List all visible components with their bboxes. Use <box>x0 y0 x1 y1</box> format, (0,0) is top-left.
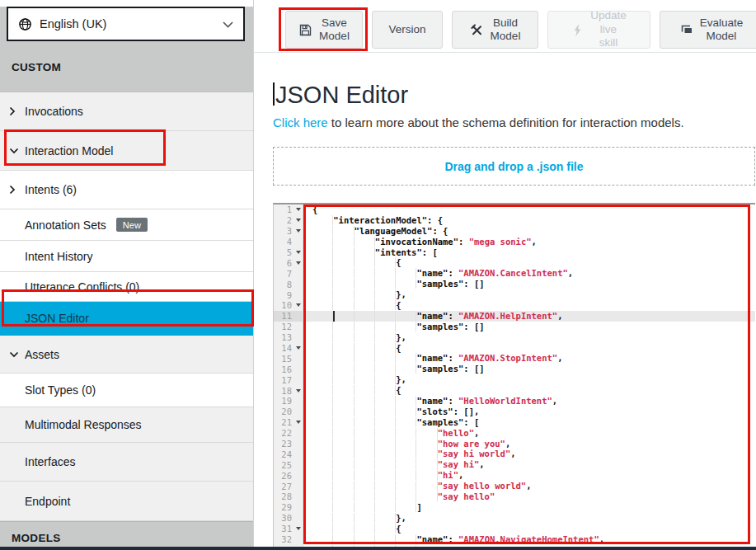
gutter-line: 9 <box>274 289 303 300</box>
gutter-line: 30 <box>274 513 303 524</box>
save-model-button[interactable]: Save Model <box>285 11 363 49</box>
code-line[interactable]: "name": "AMAZON.HelpIntent", <box>303 311 755 322</box>
gutter-line: 3 <box>274 226 303 237</box>
sidebar-item-assets[interactable]: Assets <box>0 336 253 374</box>
gutter-line: 11 <box>274 311 303 322</box>
code-line[interactable]: "say hello world", <box>303 481 755 491</box>
sidebar-item-json-editor[interactable]: JSON Editor <box>0 302 253 336</box>
gutter-line: 29 <box>274 502 303 513</box>
code-line[interactable]: }, <box>303 513 755 524</box>
sidebar-item-multimodal-responses[interactable]: Multimodal Responses <box>0 407 253 443</box>
code-line[interactable]: "say hello" <box>303 491 755 502</box>
code-line[interactable]: { <box>303 524 755 534</box>
gutter-line: 12 <box>274 322 303 332</box>
sidebar-item-label: JSON Editor <box>25 312 89 325</box>
sidebar-item-intent-history[interactable]: Intent History <box>0 241 253 272</box>
build-icon <box>470 23 484 37</box>
code-line[interactable]: "samples": [] <box>303 364 755 374</box>
dropzone-label: Drag and drop a .json file <box>444 160 583 173</box>
sidebar-item-intents[interactable]: Intents (6) <box>0 171 253 209</box>
fold-arrow-icon[interactable] <box>293 219 303 222</box>
code-line[interactable]: "say hi", <box>303 459 755 470</box>
fold-arrow-icon[interactable] <box>293 251 303 254</box>
text-caret <box>333 311 335 322</box>
code-line[interactable]: "samples": [] <box>303 279 755 289</box>
gutter-line: 22 <box>274 428 303 439</box>
fold-arrow-icon[interactable] <box>293 229 303 233</box>
section-custom-label: CUSTOM <box>0 61 253 73</box>
fold-arrow-icon[interactable] <box>293 527 303 530</box>
gutter-line: 1 <box>274 204 303 215</box>
main-panel: Save ModelVersionBuild ModelUpdate live … <box>254 0 756 547</box>
chevron-right-icon <box>9 106 16 116</box>
gutter-line: 4 <box>274 237 303 247</box>
sidebar-item-slot-types[interactable]: Slot Types (0) <box>0 374 253 407</box>
code-line[interactable]: ] <box>303 502 755 513</box>
sidebar-item-label: Interfaces <box>25 455 75 468</box>
code-line[interactable]: "hello", <box>303 428 755 439</box>
code-line[interactable]: }, <box>303 289 755 300</box>
sidebar-item-interfaces[interactable]: Interfaces <box>0 443 253 482</box>
sidebar-item-label: Multimodal Responses <box>25 418 142 431</box>
sidebar-item-interaction-model[interactable]: Interaction Model <box>0 131 253 171</box>
code-line[interactable]: "hi", <box>303 470 755 481</box>
language-selector[interactable]: English (UK) <box>7 7 245 41</box>
fold-arrow-icon[interactable] <box>293 389 303 393</box>
gutter-line: 2 <box>274 215 303 226</box>
click-here-link[interactable]: Click here <box>273 115 328 129</box>
gutter-line: 31 <box>274 524 303 534</box>
sidebar: English (UK) CUSTOM InvocationsInteracti… <box>0 0 254 547</box>
gutter-line: 15 <box>274 353 303 364</box>
json-code-editor[interactable]: 1234567891011121314151617181920212223242… <box>273 203 755 550</box>
sidebar-item-label: Intents (6) <box>25 183 77 196</box>
gutter-line: 7 <box>274 268 303 279</box>
code-line[interactable]: "intents": [ <box>303 247 755 258</box>
code-line[interactable]: }, <box>303 332 755 343</box>
gutter-line: 16 <box>274 364 303 374</box>
gutter-line: 27 <box>274 481 303 491</box>
fold-arrow-icon[interactable] <box>293 261 303 265</box>
sidebar-item-invocations[interactable]: Invocations <box>0 92 253 131</box>
gutter-line: 20 <box>274 407 303 417</box>
code-line[interactable]: "name": "HelloWorldIntent", <box>303 396 755 407</box>
button-label: Evaluate Model <box>700 16 744 44</box>
code-line[interactable]: "interactionModel": { <box>303 215 755 226</box>
code-line[interactable]: "slots": [], <box>303 407 755 417</box>
gutter-line: 17 <box>274 374 303 385</box>
build-model-button[interactable]: Build Model <box>452 11 538 49</box>
sidebar-item-endpoint[interactable]: Endpoint <box>0 482 253 521</box>
code-line[interactable]: "samples": [] <box>303 322 755 332</box>
chevron-down-icon <box>9 351 19 358</box>
code-line[interactable]: { <box>303 257 755 268</box>
button-label: Build Model <box>491 16 521 44</box>
code-line[interactable]: { <box>303 385 755 396</box>
fold-arrow-icon[interactable] <box>293 346 303 350</box>
code-line[interactable]: "say hi world", <box>303 449 755 459</box>
editor-code[interactable]: { "interactionModel": { "languageModel":… <box>303 204 755 550</box>
code-line[interactable]: "how are you", <box>303 439 755 449</box>
chat-icon <box>679 23 693 36</box>
code-line[interactable]: "languageModel": { <box>303 226 755 237</box>
code-line[interactable]: "name": "AMAZON.CancelIntent", <box>303 268 755 279</box>
code-line[interactable]: { <box>303 343 755 354</box>
gutter-line: 5 <box>274 247 303 258</box>
fold-arrow-icon[interactable] <box>293 303 303 307</box>
language-selector-label: English (UK) <box>40 17 106 31</box>
version-button[interactable]: Version <box>372 11 443 49</box>
sidebar-header: English (UK) CUSTOM <box>0 7 253 92</box>
code-line[interactable]: "name": "AMAZON.NavigateHomeIntent", <box>303 534 755 545</box>
json-dropzone[interactable]: Drag and drop a .json file <box>273 147 755 186</box>
gutter-line: 26 <box>274 470 303 481</box>
code-line[interactable]: }, <box>303 374 755 385</box>
code-line[interactable]: "samples": [ <box>303 417 755 428</box>
code-line[interactable]: { <box>303 204 755 215</box>
code-line[interactable]: "invocationName": "mega sonic", <box>303 237 755 247</box>
fold-arrow-icon[interactable] <box>293 208 303 211</box>
code-line[interactable]: "name": "AMAZON.StopIntent", <box>303 353 755 364</box>
evaluate-model-button[interactable]: Evaluate Model <box>660 11 756 49</box>
code-line[interactable]: { <box>303 300 755 311</box>
sidebar-item-utterance-conflicts[interactable]: Utterance Conflicts (0) <box>0 272 253 302</box>
sidebar-item-label: Interaction Model <box>25 144 113 157</box>
sidebar-item-annotation-sets[interactable]: Annotation SetsNew <box>0 209 253 241</box>
fold-arrow-icon[interactable] <box>293 421 303 424</box>
